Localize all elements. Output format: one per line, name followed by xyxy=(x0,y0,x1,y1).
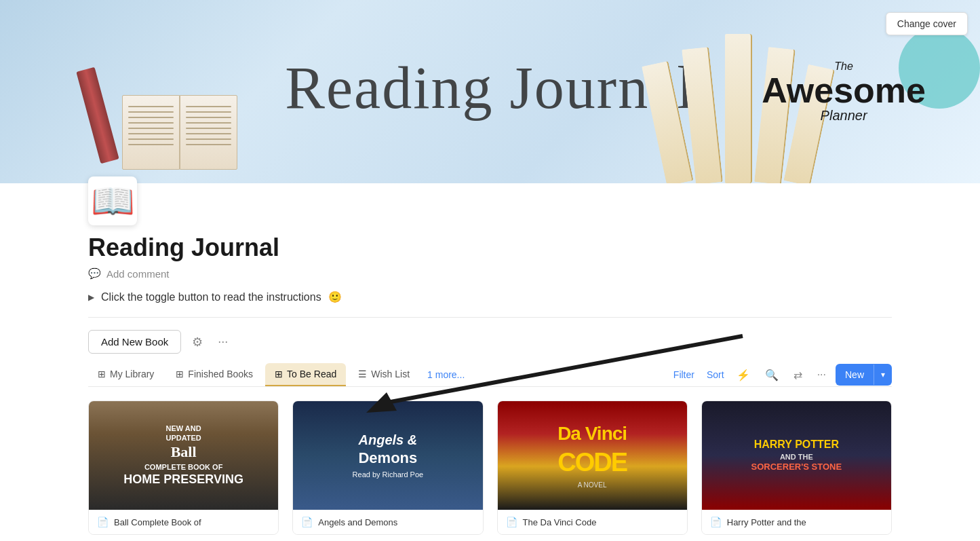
tabs-row: ⊞ My Library ⊞ Finished Books ⊞ To Be Re… xyxy=(88,363,892,387)
tab-finished-books[interactable]: ⊞ Finished Books xyxy=(166,363,262,386)
tabs-right-actions: Filter Sort ⚡ 🔍 ⇄ ··· New ▾ xyxy=(668,364,892,386)
book-footer-1: 📄 Ball Complete Book of xyxy=(89,510,278,534)
open-book-right-page xyxy=(180,95,237,170)
book-title-1: Ball Complete Book of xyxy=(114,517,201,527)
settings-icon: ⚙ xyxy=(192,335,203,349)
book-cover-2: Angels &DemonsRead by Richard Poe xyxy=(293,401,482,510)
book-cover-text-2: Angels &DemonsRead by Richard Poe xyxy=(353,431,424,481)
banner-book-illustration-left xyxy=(54,48,203,183)
tab-to-be-read-label: To Be Read xyxy=(287,369,336,379)
book-card-4[interactable]: HARRY POTTERAND THESORCERER'S STONE 📄 Ha… xyxy=(701,400,892,535)
page-icon: 📖 xyxy=(88,176,137,225)
book-title-3: The Da Vinci Code xyxy=(523,517,597,527)
more-options-button[interactable]: ··· xyxy=(214,332,232,352)
settings-button[interactable]: ⚙ xyxy=(188,332,207,352)
lightning-button[interactable]: ⚡ xyxy=(731,365,756,386)
add-comment-row[interactable]: 💬 Add comment xyxy=(88,267,892,280)
book-doc-icon-3: 📄 xyxy=(506,517,517,527)
books-grid: NEW ANDUPDATEDBallCOMPLETE BOOK OFHOME P… xyxy=(88,400,892,535)
lightning-icon: ⚡ xyxy=(737,369,750,381)
change-cover-button[interactable]: Change cover xyxy=(886,12,968,35)
more-dots-icon: ··· xyxy=(218,335,228,348)
main-content: Reading Journal 💬 Add comment ▶ Click th… xyxy=(0,225,980,541)
filter-button[interactable]: Filter xyxy=(668,365,700,384)
new-button-group: New ▾ xyxy=(836,364,892,386)
book-footer-2: 📄 Angels and Demons xyxy=(293,510,482,534)
more-tab-actions-button[interactable]: ··· xyxy=(812,365,831,385)
cycle-icon: ⇄ xyxy=(793,369,802,381)
more-tabs[interactable]: 1 more... xyxy=(422,364,470,386)
open-book-left-page xyxy=(122,95,180,170)
book-cover-text-3: Da VinciCODEA NOVEL xyxy=(557,422,627,489)
book-footer-3: 📄 The Da Vinci Code xyxy=(498,510,687,534)
page-title: Reading Journal xyxy=(88,234,892,262)
comment-icon: 💬 xyxy=(88,267,101,280)
toggle-arrow-icon: ▶ xyxy=(88,293,94,302)
tab-my-library-label: My Library xyxy=(110,369,154,379)
tab-finished-books-icon: ⊞ xyxy=(176,369,184,379)
book-footer-4: 📄 Harry Potter and the xyxy=(702,510,891,534)
book-cover-1: NEW ANDUPDATEDBallCOMPLETE BOOK OFHOME P… xyxy=(89,401,278,510)
logo-awesome: Awesome xyxy=(762,73,926,108)
new-button[interactable]: New xyxy=(836,364,874,386)
book-cover-3: Da VinciCODEA NOVEL xyxy=(498,401,687,510)
search-icon: 🔍 xyxy=(765,369,779,381)
book-card-3[interactable]: Da VinciCODEA NOVEL 📄 The Da Vinci Code xyxy=(497,400,688,535)
book-doc-icon-2: 📄 xyxy=(301,517,313,527)
search-button[interactable]: 🔍 xyxy=(760,365,784,386)
book-cover-text-1: NEW ANDUPDATEDBallCOMPLETE BOOK OFHOME P… xyxy=(123,424,243,488)
book-cover-text-4: HARRY POTTERAND THESORCERER'S STONE xyxy=(751,438,842,473)
book-card-2[interactable]: Angels &DemonsRead by Richard Poe 📄 Ange… xyxy=(292,400,483,535)
tab-my-library[interactable]: ⊞ My Library xyxy=(88,363,163,386)
toggle-row[interactable]: ▶ Click the toggle button to read the in… xyxy=(88,291,892,303)
add-new-book-button[interactable]: Add New Book xyxy=(88,330,181,354)
tab-wish-list-label: Wish List xyxy=(371,369,410,379)
toggle-emoji: 🙂 xyxy=(328,291,342,303)
fanned-book-3 xyxy=(725,34,752,183)
section-divider xyxy=(88,317,892,318)
book-title-4: Harry Potter and the xyxy=(727,517,806,527)
more-tab-actions-icon: ··· xyxy=(817,369,826,380)
book-doc-icon-1: 📄 xyxy=(97,517,109,527)
book-title-2: Angels and Demons xyxy=(318,517,397,527)
chevron-down-icon: ▾ xyxy=(881,370,885,379)
awesome-planner-logo: The Awesome Planner xyxy=(762,60,926,124)
book-card-1[interactable]: NEW ANDUPDATEDBallCOMPLETE BOOK OFHOME P… xyxy=(88,400,279,535)
tab-wish-list[interactable]: ☰ Wish List xyxy=(349,363,419,386)
tab-my-library-icon: ⊞ xyxy=(98,369,106,379)
add-comment-label: Add comment xyxy=(106,268,170,280)
tab-wish-list-icon: ☰ xyxy=(358,369,367,379)
book-spine xyxy=(76,67,119,164)
tab-to-be-read[interactable]: ⊞ To Be Read xyxy=(265,363,346,386)
book-doc-icon-4: 📄 xyxy=(710,517,722,527)
toolbar-row: Add New Book ⚙ ··· xyxy=(88,330,892,354)
page-icon-area: 📖 xyxy=(0,176,980,225)
banner-title: Reading Journal xyxy=(285,54,694,122)
sort-button[interactable]: Sort xyxy=(704,365,727,384)
tab-finished-books-label: Finished Books xyxy=(188,369,253,379)
toggle-text: Click the toggle button to read the inst… xyxy=(101,291,321,303)
open-book xyxy=(122,88,237,170)
tab-to-be-read-icon: ⊞ xyxy=(275,369,283,379)
logo-planner: Planner xyxy=(762,108,926,124)
cycle-button[interactable]: ⇄ xyxy=(788,365,808,386)
book-cover-4: HARRY POTTERAND THESORCERER'S STONE xyxy=(702,401,891,510)
banner: Reading Journal xyxy=(0,0,980,183)
new-button-chevron[interactable]: ▾ xyxy=(874,365,892,385)
